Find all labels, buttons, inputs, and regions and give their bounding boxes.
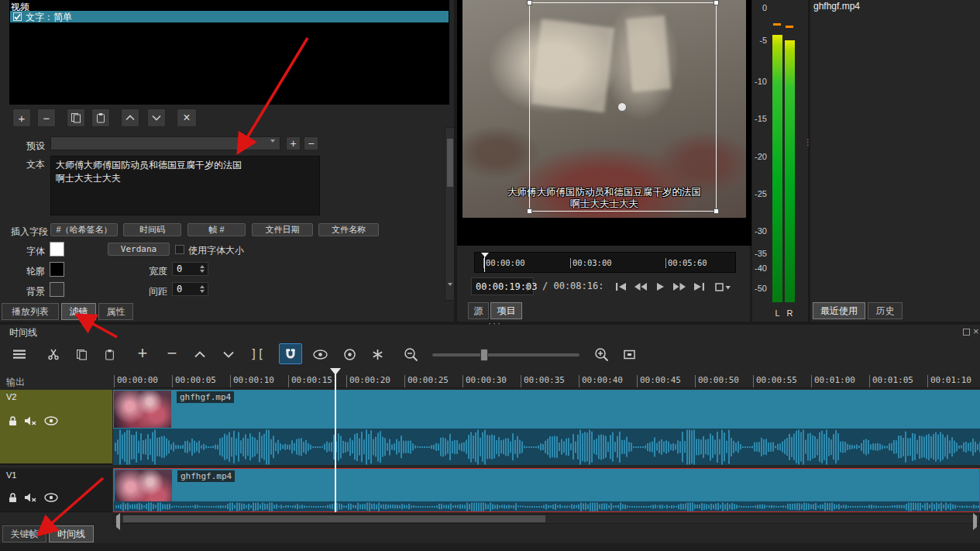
- timeline-menu-button[interactable]: [9, 345, 29, 363]
- scrub-while-dragging-button[interactable]: [310, 345, 330, 363]
- preset-select[interactable]: [50, 136, 280, 150]
- filter-enabled-checkbox[interactable]: [13, 12, 22, 21]
- spinner-arrows-icon[interactable]: [198, 283, 206, 295]
- insert-filename-button[interactable]: 文件名称: [318, 223, 379, 236]
- text-input[interactable]: 大师傅大师傅国防动员和德国豆腐干岁的法国 啊士大夫士大夫: [50, 156, 320, 215]
- spinner-arrows-icon[interactable]: [198, 263, 206, 275]
- remove-filter-button[interactable]: −: [37, 108, 56, 127]
- timeline-copy-button[interactable]: [72, 345, 91, 363]
- ripple-all-tracks-button[interactable]: [367, 345, 387, 363]
- float-panel-icon[interactable]: [963, 329, 970, 336]
- move-filter-up-button[interactable]: [121, 108, 139, 127]
- resize-handle[interactable]: [714, 208, 719, 214]
- tab-keyframes[interactable]: 关键帧: [2, 525, 46, 542]
- resize-handle[interactable]: [527, 0, 532, 5]
- tab-source[interactable]: 源: [468, 302, 489, 319]
- ripple-delete-button[interactable]: −: [162, 343, 182, 363]
- outline-width-spinner[interactable]: 0: [172, 262, 208, 276]
- track-head-v1[interactable]: V1: [0, 468, 112, 512]
- fast-forward-button[interactable]: [669, 278, 689, 295]
- clip-v1-selected[interactable]: ghfhgf.mp4: [113, 468, 980, 512]
- scroll-right-icon[interactable]: [973, 516, 977, 527]
- video-preview[interactable]: 大师傅大师傅国防动员和德国豆腐干岁的法国 啊士大夫士大夫: [462, 0, 746, 218]
- zoom-in-button[interactable]: [590, 344, 612, 364]
- zoom-fit-button[interactable]: [618, 344, 640, 364]
- track-head-v2[interactable]: V2: [0, 390, 112, 465]
- scrollbar-thumb[interactable]: [447, 139, 453, 187]
- insert-frame-button[interactable]: 帧 #: [187, 223, 246, 236]
- clip-audio-waveform: [114, 501, 979, 511]
- append-button[interactable]: +: [132, 343, 153, 363]
- rewind-button[interactable]: [631, 278, 650, 295]
- mute-icon[interactable]: [23, 415, 39, 427]
- add-filter-button[interactable]: +: [12, 108, 31, 127]
- background-spacing-spinner[interactable]: 0: [172, 282, 208, 296]
- v-divider[interactable]: [808, 0, 810, 323]
- hide-eye-icon[interactable]: [43, 415, 59, 427]
- deselect-filter-button[interactable]: ×: [177, 108, 197, 127]
- tab-history[interactable]: 历史: [868, 302, 903, 319]
- current-time-spinner[interactable]: 00:00:19:03: [471, 277, 534, 295]
- player-options-button[interactable]: [711, 278, 734, 295]
- scroll-left-icon[interactable]: [116, 516, 120, 527]
- font-color-swatch[interactable]: [50, 242, 64, 257]
- font-family-button[interactable]: Verdana: [108, 243, 170, 256]
- origin-handle[interactable]: [617, 102, 627, 112]
- preset-delete-button[interactable]: −: [304, 136, 318, 150]
- tab-timeline[interactable]: 时间线: [49, 525, 94, 542]
- overwrite-button[interactable]: [219, 345, 238, 363]
- play-button[interactable]: [650, 278, 669, 295]
- tab-properties[interactable]: 属性: [98, 303, 133, 320]
- lock-icon[interactable]: [5, 415, 20, 427]
- move-filter-down-button[interactable]: [147, 108, 166, 127]
- copy-filters-button[interactable]: [67, 108, 85, 127]
- output-track-label[interactable]: 输出: [6, 376, 25, 389]
- split-button[interactable]: ][: [246, 344, 268, 364]
- outline-color-swatch[interactable]: [50, 262, 64, 277]
- resize-handle[interactable]: [527, 208, 532, 214]
- scrub-mark: 00:03:00: [570, 258, 612, 268]
- splitter-handle[interactable]: ···: [488, 318, 502, 329]
- lock-icon[interactable]: [5, 491, 20, 504]
- paste-filters-button[interactable]: [91, 108, 110, 127]
- vui-selection-rect[interactable]: [529, 2, 717, 212]
- playhead-marker-icon[interactable]: [330, 368, 341, 375]
- close-panel-icon[interactable]: ×: [973, 325, 979, 337]
- tab-playlist[interactable]: 播放列表: [2, 303, 59, 320]
- clip-v2[interactable]: ghfhgf.mp4: [113, 390, 980, 465]
- timeline-playhead[interactable]: [335, 373, 336, 512]
- timeline-paste-button[interactable]: [100, 345, 119, 363]
- ruler-mark: 00:01:00: [811, 375, 855, 387]
- scrollbar-thumb[interactable]: [123, 515, 545, 522]
- timeline-h-scrollbar[interactable]: [113, 514, 980, 524]
- ripple-toggle-button[interactable]: [339, 345, 359, 363]
- chevron-down-icon: [223, 351, 234, 358]
- mute-icon[interactable]: [23, 491, 39, 504]
- preview-scrubber[interactable]: 00:00:00 00:03:00 00:05:60: [474, 252, 736, 273]
- insert-filedate-button[interactable]: 文件日期: [252, 223, 313, 236]
- lift-button[interactable]: [191, 345, 209, 363]
- background-color-swatch[interactable]: [50, 282, 64, 297]
- duration-label: / 00:08:16:: [542, 281, 603, 291]
- skip-to-end-button[interactable]: [689, 278, 708, 295]
- spinner-arrows-icon[interactable]: [524, 278, 531, 294]
- tab-project[interactable]: 项目: [490, 302, 522, 319]
- hide-eye-icon[interactable]: [43, 491, 59, 504]
- zoom-out-button[interactable]: [400, 344, 421, 364]
- insert-hash-button[interactable]: #（哈希签名）: [50, 223, 118, 236]
- preset-save-button[interactable]: +: [286, 136, 301, 150]
- timeline-zoom-slider[interactable]: [432, 353, 579, 356]
- tab-filters[interactable]: 滤镜: [61, 303, 96, 320]
- insert-timecode-button[interactable]: 时间码: [123, 223, 181, 236]
- recent-file-item[interactable]: ghfhgf.mp4: [813, 1, 860, 12]
- tab-recent[interactable]: 最近使用: [813, 302, 865, 319]
- splitter-handle[interactable]: ⋮: [804, 138, 812, 146]
- use-font-size-checkbox[interactable]: [175, 245, 184, 254]
- filter-item-text-simple[interactable]: 文字：简单: [10, 11, 449, 22]
- scroll-down-icon[interactable]: [448, 286, 452, 297]
- cut-button[interactable]: [44, 345, 63, 363]
- skip-to-start-button[interactable]: [611, 278, 631, 295]
- zoom-slider-handle[interactable]: [480, 349, 488, 361]
- snap-toggle-button[interactable]: [279, 343, 302, 364]
- resize-handle[interactable]: [714, 0, 719, 5]
